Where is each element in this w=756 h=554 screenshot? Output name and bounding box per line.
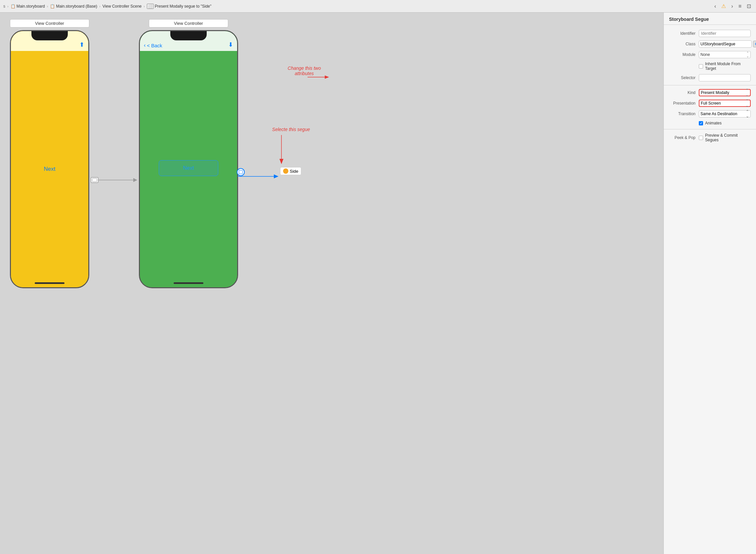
green-phone-interior: ‹ < Back ⬇ Next bbox=[140, 31, 237, 287]
annotation2-arrow bbox=[276, 135, 287, 168]
animates-label: Animates bbox=[705, 121, 721, 125]
annotation1-arrow bbox=[308, 74, 334, 80]
presentation-select[interactable]: Full Screen ⌃⌄ bbox=[699, 100, 751, 107]
presentation-label: Presentation bbox=[669, 101, 699, 106]
module-label: Module bbox=[669, 52, 699, 57]
svg-marker-5 bbox=[274, 174, 278, 178]
layout-button[interactable]: ⊡ bbox=[745, 2, 753, 10]
download-icon: ⬇ bbox=[228, 41, 233, 48]
side-label: Side bbox=[290, 169, 298, 174]
transition-chevron-icon: ⌃⌄ bbox=[746, 109, 749, 118]
kind-value: Present Modally bbox=[701, 90, 729, 95]
presentation-chevron-icon: ⌃⌄ bbox=[745, 99, 749, 108]
segue-node[interactable] bbox=[237, 168, 245, 176]
yellow-phone-home-bar bbox=[35, 282, 64, 284]
canvas[interactable]: View Controller ⬆ Next bbox=[0, 13, 664, 554]
inherit-checkbox[interactable] bbox=[699, 64, 703, 68]
breadcrumb-segue[interactable]: ⬜ Present Modally segue to "Side" bbox=[147, 4, 211, 9]
class-label: Class bbox=[669, 42, 699, 46]
annotation2-text: Selecte this segue bbox=[272, 127, 310, 132]
annotation-select-segue: Selecte this segue bbox=[258, 127, 324, 132]
storyboard-base-icon: 📋 bbox=[50, 4, 55, 9]
divider-2 bbox=[664, 129, 756, 129]
selector-row: Selector bbox=[664, 72, 756, 83]
svg-rect-0 bbox=[91, 177, 98, 183]
module-value: None bbox=[700, 52, 710, 57]
back-text: < Back bbox=[147, 43, 162, 48]
breadcrumb-segue-label: Present Modally segue to "Side" bbox=[155, 4, 211, 9]
breadcrumb-storyboard-base-label: Main.storyboard (Base) bbox=[56, 4, 97, 9]
warning-button[interactable]: ⚠ bbox=[719, 2, 728, 10]
side-destination: Side bbox=[280, 167, 301, 175]
side-storyboard-icon bbox=[283, 168, 289, 174]
animates-checkbox[interactable]: ✓ bbox=[699, 121, 703, 125]
green-next-text: Next bbox=[183, 165, 194, 171]
segue-icon: ⬜ bbox=[147, 4, 154, 9]
transition-row: Transition Same As Destination ⌃⌄ bbox=[664, 109, 756, 119]
forward-nav-button[interactable]: › bbox=[730, 3, 735, 10]
selector-label: Selector bbox=[669, 75, 699, 80]
breadcrumb-storyboard-base[interactable]: 📋 Main.storyboard (Base) bbox=[50, 4, 97, 9]
selector-input[interactable] bbox=[699, 74, 751, 81]
peek-label: Peek & Pop bbox=[669, 135, 699, 140]
vc1-label: View Controller bbox=[10, 19, 89, 27]
yellow-phone-interior: ⬆ Next bbox=[11, 31, 88, 287]
animates-row: ✓ Animates bbox=[664, 119, 756, 127]
storyboard-icon: 📋 bbox=[11, 4, 15, 9]
class-input-row: ⚙ ▾ bbox=[699, 40, 756, 48]
share-icon: ⬆ bbox=[79, 41, 84, 48]
main-area: View Controller ⬆ Next bbox=[0, 13, 756, 554]
module-chevron-icon: ⌃⌄ bbox=[746, 51, 749, 58]
vc2-label: View Controller bbox=[149, 19, 228, 27]
green-next-btn: Next bbox=[159, 160, 218, 176]
panel-body: Identifier Class ⚙ ▾ Module None bbox=[664, 25, 756, 554]
identifier-row: Identifier bbox=[664, 28, 756, 39]
breadcrumb-vc-scene[interactable]: View Controller Scene bbox=[103, 4, 142, 9]
checkmark-icon: ✓ bbox=[700, 121, 702, 125]
peek-checkbox[interactable] bbox=[699, 136, 703, 140]
yellow-phone-notch bbox=[32, 31, 68, 40]
segue-node-inner bbox=[239, 170, 243, 174]
divider-1 bbox=[664, 85, 756, 86]
breadcrumb-storyboard-label: Main.storyboard bbox=[16, 4, 45, 9]
back-nav-button[interactable]: ‹ bbox=[713, 3, 718, 10]
identifier-input[interactable] bbox=[699, 30, 751, 37]
transition-select[interactable]: Same As Destination ⌃⌄ bbox=[699, 110, 751, 117]
svg-marker-9 bbox=[279, 159, 284, 164]
green-phone: ‹ < Back ⬇ Next bbox=[139, 30, 238, 288]
kind-row: Kind Present Modally ⌃⌄ bbox=[664, 88, 756, 98]
transition-select-row: Same As Destination ⌃⌄ bbox=[699, 110, 751, 117]
right-panel: Storyboard Segue Identifier Class ⚙ ▾ bbox=[664, 13, 756, 554]
presentation-select-row: Full Screen ⌃⌄ bbox=[699, 100, 751, 107]
breadcrumb-sep-1: › bbox=[7, 4, 9, 8]
breadcrumb-sep-4: › bbox=[143, 4, 145, 8]
inherit-label: Inherit Module From Target bbox=[705, 62, 751, 71]
kind-label: Kind bbox=[669, 90, 699, 95]
peek-row: Peek & Pop Preview & Commit Segues bbox=[664, 131, 756, 144]
panel-title: Storyboard Segue bbox=[669, 16, 709, 22]
svg-marker-3 bbox=[133, 178, 137, 182]
presentation-value: Full Screen bbox=[701, 101, 721, 106]
toolbar: s › 📋 Main.storyboard › 📋 Main.storyboar… bbox=[0, 0, 756, 13]
breadcrumb-sep-3: › bbox=[99, 4, 101, 8]
svg-marker-7 bbox=[325, 75, 329, 79]
class-row: Class ⚙ ▾ bbox=[664, 39, 756, 49]
breadcrumb-s[interactable]: s bbox=[3, 4, 5, 9]
menu-button[interactable]: ≡ bbox=[737, 3, 743, 10]
green-phone-home-bar bbox=[174, 282, 203, 284]
back-btn: ‹ < Back bbox=[144, 42, 163, 48]
module-select[interactable]: None ⌃⌄ bbox=[699, 51, 751, 58]
presentation-row: Presentation Full Screen ⌃⌄ bbox=[664, 98, 756, 109]
identifier-value bbox=[699, 30, 751, 37]
yellow-phone: ⬆ Next bbox=[10, 30, 89, 288]
class-input[interactable] bbox=[699, 40, 752, 48]
identifier-label: Identifier bbox=[669, 31, 699, 36]
kind-select[interactable]: Present Modally ⌃⌄ bbox=[699, 89, 751, 96]
breadcrumb-sep-2: › bbox=[47, 4, 48, 8]
green-phone-notch bbox=[170, 31, 207, 40]
breadcrumb-storyboard[interactable]: 📋 Main.storyboard bbox=[11, 4, 45, 9]
class-settings-btn[interactable]: ⚙ bbox=[753, 41, 756, 47]
panel-header: Storyboard Segue bbox=[664, 13, 756, 25]
selector-value bbox=[699, 74, 751, 81]
transition-label: Transition bbox=[669, 112, 699, 116]
